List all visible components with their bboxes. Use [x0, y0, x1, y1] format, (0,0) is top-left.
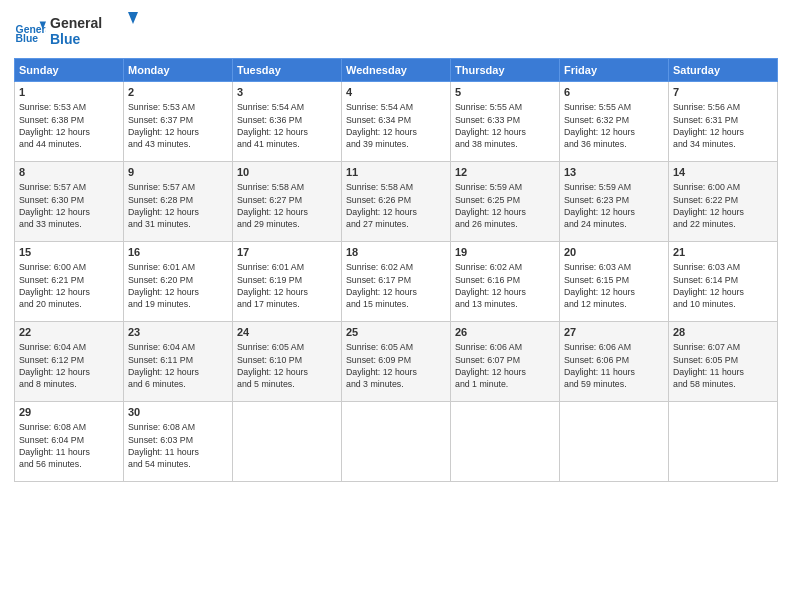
day-info: Sunrise: 6:07 AM Sunset: 6:05 PM Dayligh… [673, 341, 773, 390]
day-number: 4 [346, 85, 446, 100]
day-info: Sunrise: 5:59 AM Sunset: 6:23 PM Dayligh… [564, 181, 664, 230]
calendar-cell [342, 402, 451, 482]
day-number: 13 [564, 165, 664, 180]
calendar-cell: 19Sunrise: 6:02 AM Sunset: 6:16 PM Dayli… [451, 242, 560, 322]
day-number: 25 [346, 325, 446, 340]
day-info: Sunrise: 5:53 AM Sunset: 6:37 PM Dayligh… [128, 101, 228, 150]
day-info: Sunrise: 6:02 AM Sunset: 6:16 PM Dayligh… [455, 261, 555, 310]
day-info: Sunrise: 6:03 AM Sunset: 6:15 PM Dayligh… [564, 261, 664, 310]
day-number: 20 [564, 245, 664, 260]
day-info: Sunrise: 6:08 AM Sunset: 6:04 PM Dayligh… [19, 421, 119, 470]
day-number: 24 [237, 325, 337, 340]
logo: General Blue General Blue [14, 10, 140, 52]
day-number: 3 [237, 85, 337, 100]
day-number: 30 [128, 405, 228, 420]
day-number: 29 [19, 405, 119, 420]
day-number: 7 [673, 85, 773, 100]
day-number: 5 [455, 85, 555, 100]
weekday-header-thursday: Thursday [451, 59, 560, 82]
day-info: Sunrise: 6:00 AM Sunset: 6:22 PM Dayligh… [673, 181, 773, 230]
calendar-cell: 14Sunrise: 6:00 AM Sunset: 6:22 PM Dayli… [669, 162, 778, 242]
day-info: Sunrise: 5:54 AM Sunset: 6:34 PM Dayligh… [346, 101, 446, 150]
calendar-cell: 13Sunrise: 5:59 AM Sunset: 6:23 PM Dayli… [560, 162, 669, 242]
day-number: 27 [564, 325, 664, 340]
svg-marker-5 [128, 12, 138, 24]
day-number: 21 [673, 245, 773, 260]
day-info: Sunrise: 5:55 AM Sunset: 6:33 PM Dayligh… [455, 101, 555, 150]
day-info: Sunrise: 5:56 AM Sunset: 6:31 PM Dayligh… [673, 101, 773, 150]
day-number: 26 [455, 325, 555, 340]
svg-text:General: General [50, 15, 102, 31]
calendar-cell: 12Sunrise: 5:59 AM Sunset: 6:25 PM Dayli… [451, 162, 560, 242]
day-number: 11 [346, 165, 446, 180]
day-number: 8 [19, 165, 119, 180]
day-number: 9 [128, 165, 228, 180]
calendar-cell: 26Sunrise: 6:06 AM Sunset: 6:07 PM Dayli… [451, 322, 560, 402]
weekday-header-wednesday: Wednesday [342, 59, 451, 82]
calendar-cell: 21Sunrise: 6:03 AM Sunset: 6:14 PM Dayli… [669, 242, 778, 322]
calendar-cell: 11Sunrise: 5:58 AM Sunset: 6:26 PM Dayli… [342, 162, 451, 242]
day-number: 28 [673, 325, 773, 340]
calendar-cell: 9Sunrise: 5:57 AM Sunset: 6:28 PM Daylig… [124, 162, 233, 242]
day-number: 6 [564, 85, 664, 100]
calendar-cell: 23Sunrise: 6:04 AM Sunset: 6:11 PM Dayli… [124, 322, 233, 402]
day-info: Sunrise: 5:58 AM Sunset: 6:27 PM Dayligh… [237, 181, 337, 230]
weekday-header-friday: Friday [560, 59, 669, 82]
day-info: Sunrise: 5:58 AM Sunset: 6:26 PM Dayligh… [346, 181, 446, 230]
day-info: Sunrise: 6:00 AM Sunset: 6:21 PM Dayligh… [19, 261, 119, 310]
day-info: Sunrise: 5:59 AM Sunset: 6:25 PM Dayligh… [455, 181, 555, 230]
day-info: Sunrise: 6:08 AM Sunset: 6:03 PM Dayligh… [128, 421, 228, 470]
day-number: 14 [673, 165, 773, 180]
day-number: 17 [237, 245, 337, 260]
calendar-cell: 27Sunrise: 6:06 AM Sunset: 6:06 PM Dayli… [560, 322, 669, 402]
day-info: Sunrise: 6:06 AM Sunset: 6:06 PM Dayligh… [564, 341, 664, 390]
calendar-cell: 8Sunrise: 5:57 AM Sunset: 6:30 PM Daylig… [15, 162, 124, 242]
weekday-header-sunday: Sunday [15, 59, 124, 82]
day-number: 2 [128, 85, 228, 100]
day-number: 22 [19, 325, 119, 340]
calendar-cell [451, 402, 560, 482]
calendar-cell: 7Sunrise: 5:56 AM Sunset: 6:31 PM Daylig… [669, 82, 778, 162]
calendar-cell: 17Sunrise: 6:01 AM Sunset: 6:19 PM Dayli… [233, 242, 342, 322]
day-number: 1 [19, 85, 119, 100]
calendar-cell: 3Sunrise: 5:54 AM Sunset: 6:36 PM Daylig… [233, 82, 342, 162]
day-info: Sunrise: 6:02 AM Sunset: 6:17 PM Dayligh… [346, 261, 446, 310]
calendar-cell: 25Sunrise: 6:05 AM Sunset: 6:09 PM Dayli… [342, 322, 451, 402]
day-number: 12 [455, 165, 555, 180]
day-info: Sunrise: 5:57 AM Sunset: 6:30 PM Dayligh… [19, 181, 119, 230]
calendar-cell [233, 402, 342, 482]
calendar-cell: 10Sunrise: 5:58 AM Sunset: 6:27 PM Dayli… [233, 162, 342, 242]
calendar-cell: 15Sunrise: 6:00 AM Sunset: 6:21 PM Dayli… [15, 242, 124, 322]
day-info: Sunrise: 6:04 AM Sunset: 6:11 PM Dayligh… [128, 341, 228, 390]
day-number: 15 [19, 245, 119, 260]
day-info: Sunrise: 6:01 AM Sunset: 6:19 PM Dayligh… [237, 261, 337, 310]
calendar-cell: 22Sunrise: 6:04 AM Sunset: 6:12 PM Dayli… [15, 322, 124, 402]
day-info: Sunrise: 5:53 AM Sunset: 6:38 PM Dayligh… [19, 101, 119, 150]
weekday-header-tuesday: Tuesday [233, 59, 342, 82]
svg-text:Blue: Blue [16, 33, 39, 44]
day-number: 16 [128, 245, 228, 260]
svg-text:Blue: Blue [50, 31, 81, 47]
weekday-header-monday: Monday [124, 59, 233, 82]
day-number: 18 [346, 245, 446, 260]
calendar-cell: 20Sunrise: 6:03 AM Sunset: 6:15 PM Dayli… [560, 242, 669, 322]
day-info: Sunrise: 5:57 AM Sunset: 6:28 PM Dayligh… [128, 181, 228, 230]
calendar-cell [669, 402, 778, 482]
calendar-cell [560, 402, 669, 482]
calendar-cell: 4Sunrise: 5:54 AM Sunset: 6:34 PM Daylig… [342, 82, 451, 162]
calendar-cell: 28Sunrise: 6:07 AM Sunset: 6:05 PM Dayli… [669, 322, 778, 402]
day-info: Sunrise: 6:06 AM Sunset: 6:07 PM Dayligh… [455, 341, 555, 390]
day-info: Sunrise: 6:01 AM Sunset: 6:20 PM Dayligh… [128, 261, 228, 310]
calendar-cell: 16Sunrise: 6:01 AM Sunset: 6:20 PM Dayli… [124, 242, 233, 322]
calendar-cell: 1Sunrise: 5:53 AM Sunset: 6:38 PM Daylig… [15, 82, 124, 162]
calendar-table: SundayMondayTuesdayWednesdayThursdayFrid… [14, 58, 778, 482]
day-info: Sunrise: 5:55 AM Sunset: 6:32 PM Dayligh… [564, 101, 664, 150]
day-info: Sunrise: 5:54 AM Sunset: 6:36 PM Dayligh… [237, 101, 337, 150]
weekday-header-saturday: Saturday [669, 59, 778, 82]
calendar-cell: 29Sunrise: 6:08 AM Sunset: 6:04 PM Dayli… [15, 402, 124, 482]
calendar-cell: 6Sunrise: 5:55 AM Sunset: 6:32 PM Daylig… [560, 82, 669, 162]
calendar-cell: 5Sunrise: 5:55 AM Sunset: 6:33 PM Daylig… [451, 82, 560, 162]
day-info: Sunrise: 6:04 AM Sunset: 6:12 PM Dayligh… [19, 341, 119, 390]
calendar-cell: 2Sunrise: 5:53 AM Sunset: 6:37 PM Daylig… [124, 82, 233, 162]
day-info: Sunrise: 6:05 AM Sunset: 6:09 PM Dayligh… [346, 341, 446, 390]
